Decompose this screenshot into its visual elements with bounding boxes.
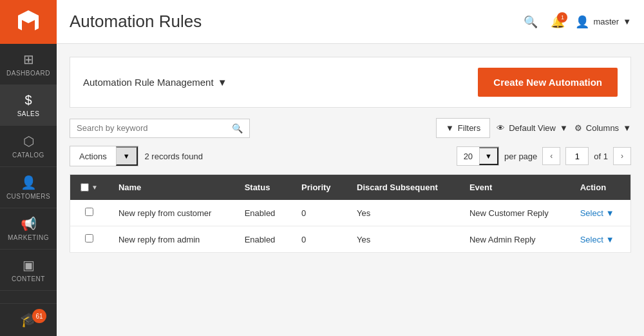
sidebar-logo[interactable]: [0, 0, 57, 44]
view-label: Default View: [509, 123, 556, 133]
row-checkbox[interactable]: [85, 234, 93, 242]
create-automation-button[interactable]: Create New Automation: [478, 68, 618, 97]
row-priority: 0: [291, 200, 346, 226]
sidebar-item-marketing[interactable]: 📢 MARKETING: [0, 208, 57, 250]
page-number-input[interactable]: [565, 147, 589, 165]
user-menu-button[interactable]: 👤 master ▼: [575, 15, 631, 29]
sidebar-item-label: CATALOG: [12, 152, 44, 159]
topbar-search-button[interactable]: 🔍: [521, 12, 540, 32]
per-page-arrow[interactable]: ▼: [479, 147, 498, 165]
rule-management-label: Automation Rule Management: [83, 77, 214, 88]
per-page-label: per page: [504, 152, 537, 161]
notifications-button[interactable]: 🔔 1: [551, 15, 565, 29]
table-header-row: ▼ Name Status Priority Discard Subsequen…: [70, 175, 631, 201]
table-header-priority: Priority: [291, 175, 346, 201]
actions-dropdown: Actions ▼: [70, 146, 138, 166]
row-select-button[interactable]: Select ▼: [580, 208, 614, 218]
topbar: Automation Rules 🔍 🔔 1 👤 master ▼: [57, 0, 644, 44]
pagination: 20 ▼ per page ‹ of 1 ›: [457, 146, 631, 166]
actions-arrow-button[interactable]: ▼: [116, 146, 138, 166]
row-event: New Admin Reply: [459, 226, 570, 253]
table-header-action: Action: [570, 175, 631, 201]
row-select-button[interactable]: Select ▼: [580, 235, 614, 244]
notifications-badge: 1: [557, 12, 567, 23]
sidebar-item-label: MARKETING: [8, 234, 49, 241]
row-name: New reply from admin: [108, 226, 234, 253]
table-header-discard: Discard Subsequent: [346, 175, 459, 201]
sidebar-item-content[interactable]: ▣ CONTENT: [0, 250, 57, 291]
sidebar-item-customers[interactable]: 👤 CUSTOMERS: [0, 167, 57, 208]
row-checkbox[interactable]: [85, 208, 93, 216]
per-page-value: 20: [457, 148, 479, 165]
table-header-event: Event: [459, 175, 570, 201]
select-arrow-icon: ▼: [606, 208, 614, 218]
per-page-select: 20 ▼: [457, 146, 499, 166]
filter-row: 🔍 ▼ Filters 👁 Default View ▼ ⚙ Columns ▼: [70, 118, 631, 138]
row-status: Enabled: [234, 226, 291, 253]
user-name: master: [593, 17, 619, 26]
view-arrow-icon: ▼: [560, 123, 568, 133]
actions-row: Actions ▼ 2 records found 20 ▼ per page …: [70, 146, 631, 166]
table-row: New reply from admin Enabled 0 Yes New A…: [70, 226, 631, 253]
search-input[interactable]: [77, 123, 232, 133]
search-submit-button[interactable]: 🔍: [232, 123, 243, 133]
sidebar-item-sales[interactable]: $ SALES: [0, 85, 57, 126]
marketing-icon: 📢: [21, 216, 37, 232]
content-area: Automation Rule Management ▼ Create New …: [57, 44, 644, 336]
row-action-cell: Select ▼: [570, 200, 631, 226]
row-status: Enabled: [234, 200, 291, 226]
customers-icon: 👤: [21, 175, 37, 190]
row-checkbox-cell: [70, 200, 108, 226]
columns-button[interactable]: ⚙ Columns ▼: [574, 123, 631, 133]
row-name: New reply from customer: [108, 200, 234, 226]
row-discard: Yes: [346, 226, 459, 253]
user-dropdown-arrow: ▼: [623, 17, 631, 26]
content-icon: ▣: [23, 257, 35, 273]
automation-rules-table: ▼ Name Status Priority Discard Subsequen…: [70, 174, 631, 253]
default-view-button[interactable]: 👁 Default View ▼: [497, 123, 568, 133]
gear-icon: ⚙: [574, 123, 582, 133]
header-checkbox-arrow[interactable]: ▼: [91, 184, 98, 191]
catalog-icon: ⬡: [23, 133, 34, 149]
columns-arrow-icon: ▼: [623, 123, 631, 133]
toolbar-card: Automation Rule Management ▼ Create New …: [70, 57, 631, 108]
rule-management-arrow: ▼: [218, 77, 227, 88]
rule-management-button[interactable]: Automation Rule Management ▼: [83, 77, 227, 88]
table-header-name: Name: [108, 175, 234, 201]
table-header-checkbox-col: ▼: [70, 175, 108, 201]
sidebar-item-catalog[interactable]: ⬡ CATALOG: [0, 126, 57, 167]
sidebar-badge-count: 61: [32, 309, 46, 323]
row-event: New Customer Reply: [459, 200, 570, 226]
select-all-checkbox[interactable]: [80, 183, 89, 192]
eye-icon: 👁: [497, 123, 505, 133]
sidebar-badge-item[interactable]: 🎓 61: [0, 303, 57, 336]
sidebar-item-label: SALES: [17, 110, 40, 117]
row-action-cell: Select ▼: [570, 226, 631, 253]
search-box: 🔍: [70, 119, 250, 138]
sidebar-item-label: CONTENT: [12, 275, 45, 282]
filter-icon: ▼: [446, 123, 454, 133]
sales-icon: $: [24, 93, 32, 108]
columns-label: Columns: [586, 123, 619, 133]
dashboard-icon: ⊞: [23, 52, 34, 67]
row-discard: Yes: [346, 200, 459, 226]
sidebar-item-dashboard[interactable]: ⊞ DASHBOARD: [0, 44, 57, 85]
prev-page-button[interactable]: ‹: [542, 147, 560, 165]
select-arrow-icon: ▼: [606, 235, 614, 244]
row-checkbox-cell: [70, 226, 108, 253]
user-avatar-icon: 👤: [575, 15, 589, 29]
records-count: 2 records found: [145, 152, 203, 161]
table-header-status: Status: [234, 175, 291, 201]
sidebar-item-label: DASHBOARD: [6, 70, 50, 77]
topbar-actions: 🔍 🔔 1 👤 master ▼: [521, 12, 631, 32]
actions-label-button[interactable]: Actions: [70, 147, 116, 166]
next-page-button[interactable]: ›: [613, 147, 631, 165]
table-row: New reply from customer Enabled 0 Yes Ne…: [70, 200, 631, 226]
row-priority: 0: [291, 226, 346, 253]
sidebar: ⊞ DASHBOARD $ SALES ⬡ CATALOG 👤 CUSTOMER…: [0, 0, 57, 336]
page-title: Automation Rules: [70, 12, 202, 32]
filters-button[interactable]: ▼ Filters: [436, 118, 490, 138]
page-of-label: of 1: [594, 152, 608, 161]
sidebar-item-label: CUSTOMERS: [6, 193, 50, 200]
main-content: Automation Rules 🔍 🔔 1 👤 master ▼ Automa…: [57, 0, 644, 336]
